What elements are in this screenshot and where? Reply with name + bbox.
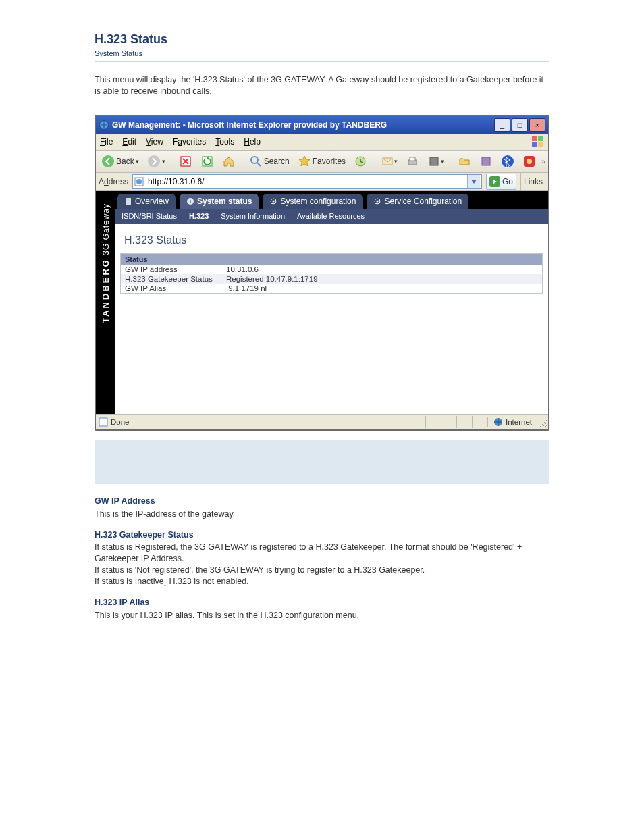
chevron-down-icon: ▾ [441, 158, 444, 165]
menubar: File Edit View Favorites Tools Help [96, 134, 548, 150]
menu-edit[interactable]: Edit [122, 137, 136, 147]
resize-grip[interactable] [537, 417, 548, 427]
go-label: Go [502, 177, 513, 186]
tab-label: System configuration [280, 197, 356, 206]
status-value: Registered 10.47.9.1:1719 [226, 275, 318, 283]
stop-icon [179, 155, 192, 168]
subtab-h323[interactable]: H.323 [189, 212, 209, 220]
status-segment [425, 416, 441, 428]
ie-icon [99, 120, 109, 130]
history-button[interactable] [351, 153, 370, 170]
toolbar-overflow[interactable]: » [541, 157, 548, 165]
status-key: GW IP address [125, 265, 226, 273]
gear-icon [269, 197, 277, 205]
red-app-button[interactable] [520, 153, 539, 170]
window-titlebar: GW Management: - Microsoft Internet Expl… [96, 116, 548, 134]
home-icon [222, 155, 236, 168]
gear-icon [373, 197, 381, 205]
back-button[interactable]: Back ▾ [99, 153, 142, 170]
def-heading-alias: H.323 IP Alias [95, 597, 549, 608]
menu-help[interactable]: Help [244, 137, 261, 147]
bluetooth-icon [501, 155, 514, 168]
tab-label: System status [197, 197, 252, 206]
search-label: Search [264, 157, 290, 166]
svg-rect-1 [532, 136, 537, 141]
tool-icon [479, 155, 493, 168]
def-body: This is the IP-address of the gateway. [95, 509, 549, 520]
subtab-system-info[interactable]: System Information [221, 212, 285, 220]
svg-rect-3 [532, 142, 537, 147]
tab-overview[interactable]: Overview [117, 194, 176, 209]
links-button[interactable]: Links [520, 173, 545, 190]
maximize-button[interactable]: □ [512, 118, 528, 132]
menu-tools[interactable]: Tools [215, 137, 234, 147]
search-button[interactable]: Search [246, 153, 292, 170]
refresh-button[interactable] [198, 153, 217, 170]
divider [95, 61, 549, 62]
sidebar-brand: TANDBERG 3G Gateway [101, 203, 111, 323]
svg-point-29 [377, 200, 379, 202]
bluetooth-button[interactable] [498, 153, 517, 170]
svg-point-19 [527, 159, 532, 164]
folder-icon [458, 155, 471, 168]
svg-rect-14 [410, 157, 415, 161]
go-button[interactable]: Go [486, 174, 516, 190]
subtab-isdn[interactable]: ISDN/BRI Status [122, 212, 177, 220]
window-title: GW Management: - Microsoft Internet Expl… [112, 120, 493, 130]
table-row: GW IP address 10.31.0.6 [121, 265, 542, 274]
minimize-button[interactable]: _ [494, 118, 510, 132]
def-body: This is your H.323 IP alias. This is set… [95, 610, 549, 621]
address-dropdown[interactable] [467, 175, 480, 188]
favorites-button[interactable]: Favorites [295, 153, 348, 170]
svg-point-21 [136, 179, 142, 184]
svg-point-5 [102, 155, 114, 167]
status-segment [456, 416, 472, 428]
statusbar: Done Internet [96, 414, 548, 429]
forward-button[interactable]: ▾ [144, 153, 168, 170]
status-segment [441, 416, 456, 428]
clipboard-icon [124, 197, 132, 205]
red-app-icon [522, 155, 536, 168]
status-box-header: Status [121, 254, 542, 265]
tab-service-configuration[interactable]: Service Configuration [367, 194, 468, 209]
svg-rect-30 [99, 418, 107, 426]
back-label: Back [116, 157, 134, 166]
def-heading-gk: H.323 Gatekeeper Status [95, 529, 549, 541]
home-button[interactable] [219, 153, 238, 170]
subtab-resources[interactable]: Available Resources [297, 212, 365, 220]
stop-button[interactable] [176, 153, 195, 170]
svg-point-6 [148, 155, 160, 167]
close-button[interactable]: × [529, 118, 545, 132]
history-icon [354, 155, 367, 168]
menu-file[interactable]: File [100, 137, 113, 147]
figure-caption-box: Picture 17 – H.323 Status [95, 440, 549, 484]
forward-icon [147, 155, 161, 168]
zone-label: Internet [506, 418, 532, 426]
address-input-wrapper[interactable] [132, 174, 482, 189]
tool-button[interactable] [477, 153, 495, 170]
windows-flag-icon [531, 135, 544, 149]
chevron-down-icon: ▾ [162, 158, 165, 165]
page-icon [99, 417, 108, 427]
page-title: H.323 Status [120, 232, 543, 253]
menu-view[interactable]: View [146, 137, 163, 147]
menu-favorites[interactable]: Favorites [173, 137, 206, 147]
page-icon [134, 177, 144, 186]
tab-system-configuration[interactable]: System configuration [263, 194, 363, 209]
star-icon [298, 155, 311, 168]
edit-button[interactable]: ▾ [425, 153, 447, 170]
svg-line-10 [257, 163, 261, 166]
tab-label: Overview [135, 197, 169, 206]
chevron-down-icon: ▾ [394, 158, 398, 165]
folder-button[interactable] [455, 153, 474, 170]
address-input[interactable] [146, 176, 467, 187]
address-label: Address [99, 177, 128, 186]
status-key: H.323 Gatekeeper Status [125, 275, 226, 283]
table-row: H.323 Gatekeeper Status Registered 10.47… [121, 274, 542, 284]
sidebar: TANDBERG 3G Gateway [96, 191, 115, 414]
mail-button[interactable]: ▾ [378, 153, 400, 170]
security-zone[interactable]: Internet [487, 417, 537, 427]
print-button[interactable] [403, 153, 422, 170]
back-icon [101, 155, 115, 168]
tab-system-status[interactable]: i System status [180, 194, 259, 209]
